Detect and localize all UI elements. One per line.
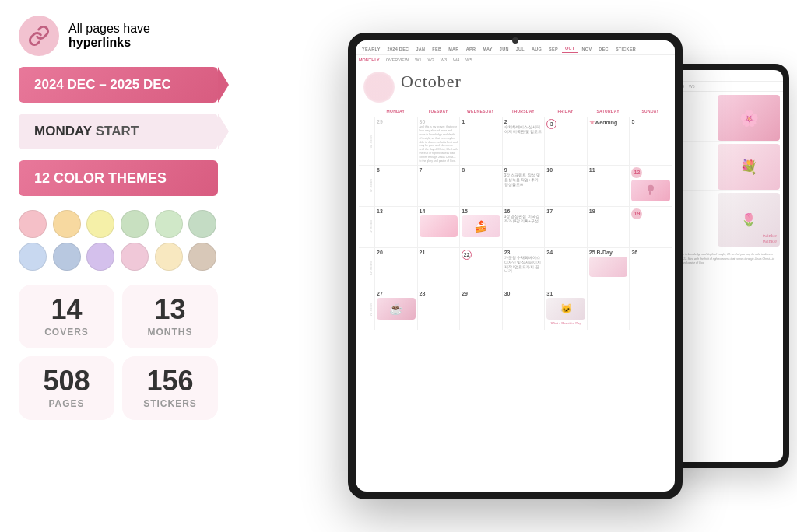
week-num-41: WEEK 41: [359, 166, 374, 206]
header-sun: SUNDAY: [629, 107, 672, 115]
cal-cell-oct24: 24: [544, 248, 587, 289]
stat-stickers: 156 STICKERS: [122, 356, 218, 420]
cal-cell-oct21: 21: [417, 248, 460, 289]
subtab-overview[interactable]: OVERVIEW: [386, 58, 409, 62]
subtab-w4[interactable]: W4: [453, 58, 459, 62]
subtab-w3[interactable]: W3: [441, 58, 447, 62]
cal-cell-oct17: 17: [544, 207, 587, 247]
left-panel: All pages have hyperlinks 2024 DEC – 202…: [0, 0, 233, 532]
main-tab-bar[interactable]: YEARLY 2024 DEC JAN FEB MAR APR MAY JUN …: [356, 40, 675, 55]
swatch-light-yellow: [86, 210, 114, 238]
svg-rect-1: [649, 191, 651, 195]
themes-banner: 12 COLOR THEMES: [19, 160, 218, 196]
swatch-pink: [19, 210, 47, 238]
hyperlinks-badge: All pages have hyperlinks: [19, 16, 218, 56]
cal-cell-empty1: [587, 289, 630, 330]
date-range-banner: 2024 DEC – 2025 DEC: [19, 67, 218, 103]
hyperlinks-line2: hyperlinks: [68, 36, 131, 49]
swatch-mint: [188, 210, 216, 238]
tab-sticker[interactable]: STICKER: [613, 45, 639, 53]
week-num-43: WEEK 43: [359, 248, 374, 289]
cal-cell-empty2: [629, 289, 672, 330]
cal-cell-oct7: 7: [417, 166, 460, 206]
link-icon: [19, 16, 59, 56]
swatch-sage: [121, 210, 149, 238]
months-label: MONTHS: [130, 327, 210, 338]
cal-cell-oct31: 31 🐱 What a Beautiful Day: [544, 289, 587, 330]
header-wed: WEDNESDAY: [459, 107, 502, 115]
cal-cell-oct23: 23 가문헝 수채화베이스 디자인 및 상세페이지 제작 / 업로드까지 끝나기: [502, 248, 545, 289]
tab-dec[interactable]: DEC: [595, 45, 612, 53]
cal-cell-oct13: 13: [374, 207, 417, 247]
swatch-taupe: [188, 243, 216, 271]
cal-cell-oct18: 18: [587, 207, 630, 247]
calendar-title: October: [401, 72, 462, 92]
themes-text: 12 COLOR THEMES: [34, 170, 167, 187]
calendar-grid: MONDAY TUESDAY WEDNESDAY THURSDAY FRIDAY…: [356, 106, 675, 492]
swatch-blush: [121, 243, 149, 271]
tablet-main-screen: YEARLY 2024 DEC JAN FEB MAR APR MAY JUN …: [356, 40, 675, 492]
cal-cell-oct3: 3: [544, 117, 587, 165]
week-num-40: WEEK 40: [359, 117, 374, 165]
hyperlinks-line1: All pages have: [68, 22, 150, 35]
cal-week-44: WEEK 44 27 ☕ 28 29 30 31 🐱 What a Beauti…: [359, 289, 672, 330]
swatch-yellow: [53, 210, 81, 238]
swatch-cream: [155, 243, 183, 271]
tab-aug[interactable]: AUG: [528, 45, 545, 53]
cal-cell-oct22: 22: [459, 248, 502, 289]
cal-cell-oct19: 19: [629, 207, 672, 247]
swatch-steel-blue: [53, 243, 81, 271]
tab-jun[interactable]: JUN: [497, 45, 512, 53]
subtab-w1[interactable]: W1: [415, 58, 421, 62]
subtab-w2[interactable]: W2: [427, 58, 434, 62]
tab-mar[interactable]: MAR: [445, 45, 462, 53]
header-sat: SATURDAY: [587, 107, 630, 115]
header-mon: MONDAY: [374, 107, 417, 115]
swatch-green: [155, 210, 183, 238]
cal-cell-oct9: 9 3강 스크립트 작성 및 음성녹음 작업+추가 영상들도✉: [502, 166, 545, 206]
cal-cell-oct6: 6: [374, 166, 417, 206]
swatch-blue: [19, 243, 47, 271]
cal-cell-oct10: 10: [544, 166, 587, 206]
tab-sep[interactable]: SEP: [546, 45, 561, 53]
hyperlinks-text: All pages have hyperlinks: [68, 22, 150, 50]
subtab-monthly[interactable]: MONTHLY: [359, 58, 380, 62]
cal-cell-sep29: 29: [374, 117, 417, 165]
svg-point-0: [648, 185, 654, 191]
tab-feb[interactable]: FEB: [429, 45, 444, 53]
cal-cell-sep30: 30 And this is my prayer: that your love…: [417, 117, 460, 165]
subtab-w5[interactable]: W5: [465, 58, 472, 62]
start-day-text: MONDAY START: [34, 124, 139, 139]
stat-pages: 508 PAGES: [19, 356, 114, 420]
cal-cell-oct16: 16 3강 영상편집 미국강좌가 (4강 기획+구성): [502, 207, 545, 247]
sec-subtab-w5[interactable]: W5: [689, 84, 695, 89]
cal-cell-oct2: 2 수채화베이스 상세페이지 미국판 및 업로드: [502, 117, 545, 165]
main-sub-tab-bar[interactable]: MONTHLY OVERVIEW W1 W2 W3 W4 W5: [356, 55, 675, 65]
cal-week-40: WEEK 40 29 30 And this is my prayer: tha…: [359, 117, 672, 165]
tab-jul[interactable]: JUL: [513, 45, 528, 53]
tab-2024dec[interactable]: 2024 DEC: [384, 45, 413, 53]
swatch-lavender: [86, 243, 114, 271]
cal-cell-oct30: 30: [502, 289, 545, 330]
covers-label: COVERS: [26, 327, 107, 338]
calendar-header: October: [356, 65, 675, 106]
cal-cell-oct12: 12: [629, 166, 672, 206]
tab-jan[interactable]: JAN: [413, 45, 428, 53]
tab-nov[interactable]: NOV: [579, 45, 595, 53]
tab-may[interactable]: MAY: [479, 45, 496, 53]
header-thu: THURSDAY: [502, 107, 545, 115]
center-panel: YEARLY 2024 DEC JAN FEB MAR APR MAY JUN …: [233, 0, 797, 532]
tab-yearly[interactable]: YEARLY: [359, 45, 384, 53]
week-num-44: WEEK 44: [359, 289, 374, 330]
pages-number: 508: [26, 367, 107, 395]
stats-grid: 14 COVERS 13 MONTHS 508 PAGES 156 STICKE…: [19, 285, 218, 420]
cal-cell-oct29: 29: [459, 289, 502, 330]
stat-months: 13 MONTHS: [122, 285, 218, 348]
cal-cell-oct1: 1: [459, 117, 502, 165]
cal-cell-oct4-wedding: ★Wedding: [587, 117, 630, 165]
months-number: 13: [130, 296, 210, 324]
header-tue: TUESDAY: [417, 107, 460, 115]
date-range-text: 2024 DEC – 2025 DEC: [34, 77, 171, 93]
tab-oct[interactable]: OCT: [562, 44, 578, 53]
tab-apr[interactable]: APR: [463, 45, 479, 53]
